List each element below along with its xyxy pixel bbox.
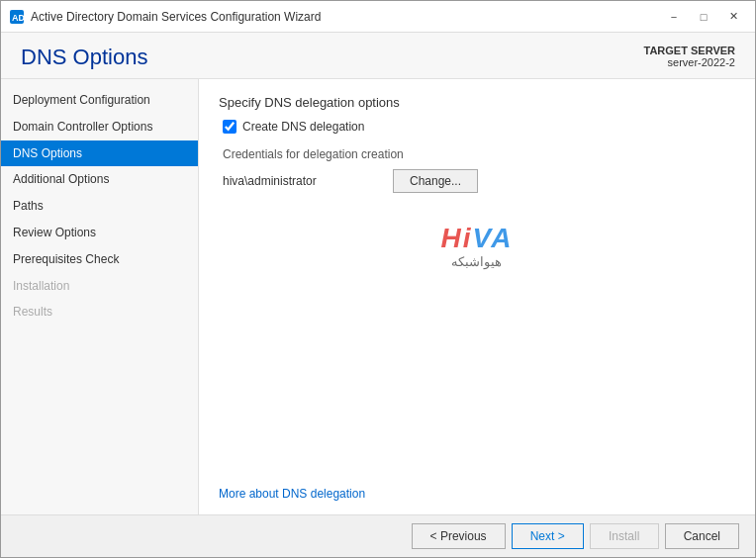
watermark-area: HiVA هیواشبکه <box>219 193 735 299</box>
maximize-button[interactable]: □ <box>690 6 717 28</box>
wizard-window: AD Active Directory Domain Services Conf… <box>0 0 756 558</box>
watermark-logo: HiVA <box>441 223 514 254</box>
titlebar: AD Active Directory Domain Services Conf… <box>1 1 755 33</box>
credentials-section: Credentials for delegation creation hiva… <box>223 147 735 193</box>
svg-text:AD: AD <box>12 13 25 23</box>
install-button: Install <box>590 523 659 549</box>
watermark-sub: هیواشبکه <box>451 254 502 269</box>
app-icon: AD <box>9 9 25 25</box>
watermark-hi: Hi <box>441 223 473 253</box>
page-title: DNS Options <box>21 45 147 70</box>
create-dns-delegation-row: Create DNS delegation <box>223 120 735 134</box>
minimize-button[interactable]: − <box>660 6 688 28</box>
create-dns-delegation-checkbox[interactable] <box>223 120 236 134</box>
page-header: DNS Options TARGET SERVER server-2022-2 <box>1 33 755 79</box>
sidebar-item-prerequisites-check[interactable]: Prerequisites Check <box>1 246 198 273</box>
close-button[interactable]: ✕ <box>719 6 747 28</box>
create-dns-delegation-label[interactable]: Create DNS delegation <box>242 120 364 134</box>
main-content: Specify DNS delegation options Create DN… <box>199 79 755 514</box>
change-button[interactable]: Change... <box>393 169 478 193</box>
sidebar-item-dns-options[interactable]: DNS Options <box>1 140 198 167</box>
watermark: HiVA هیواشبکه <box>441 223 514 269</box>
sidebar-item-deployment-configuration[interactable]: Deployment Configuration <box>1 87 198 114</box>
credentials-row: hiva\administrator Change... <box>223 169 735 193</box>
sidebar: Deployment Configuration Domain Controll… <box>1 79 199 514</box>
sidebar-item-additional-options[interactable]: Additional Options <box>1 166 198 193</box>
next-button[interactable]: Next > <box>512 523 584 549</box>
more-link[interactable]: More about DNS delegation <box>219 487 365 501</box>
watermark-va: VA <box>473 223 514 253</box>
previous-button[interactable]: < Previous <box>412 523 506 549</box>
window-title: Active Directory Domain Services Configu… <box>31 10 660 24</box>
specify-dns-label: Specify DNS delegation options <box>219 95 735 110</box>
footer: < Previous Next > Install Cancel <box>1 514 755 557</box>
credentials-value: hiva\administrator <box>223 174 381 188</box>
cancel-button[interactable]: Cancel <box>665 523 739 549</box>
credentials-title: Credentials for delegation creation <box>223 147 735 161</box>
sidebar-item-paths[interactable]: Paths <box>1 193 198 220</box>
sidebar-item-results: Results <box>1 299 198 326</box>
sidebar-item-installation: Installation <box>1 273 198 300</box>
sidebar-item-review-options[interactable]: Review Options <box>1 220 198 246</box>
window-controls: − □ ✕ <box>660 6 747 28</box>
target-server-info: TARGET SERVER server-2022-2 <box>644 45 736 68</box>
target-server-name: server-2022-2 <box>644 56 736 68</box>
main-layout: Deployment Configuration Domain Controll… <box>1 79 755 514</box>
target-server-label: TARGET SERVER <box>644 45 736 56</box>
sidebar-item-domain-controller-options[interactable]: Domain Controller Options <box>1 114 198 140</box>
